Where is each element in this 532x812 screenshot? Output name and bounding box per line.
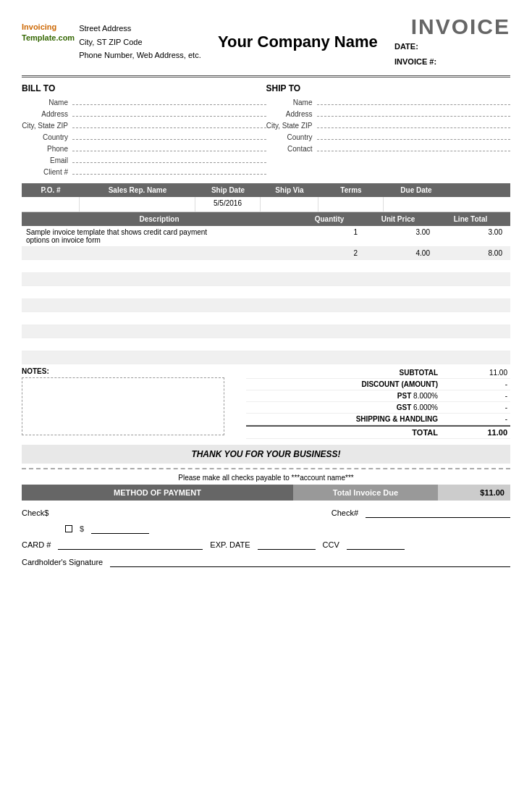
card-checkbox[interactable] — [65, 525, 72, 532]
street-address: Street Address — [79, 22, 201, 35]
po-data-row: 5/5/2016 — [22, 197, 510, 212]
ship-name-row: Name — [266, 96, 511, 106]
payment-method-bar: METHOD OF PAYMENT Total Invoice Due $11.… — [22, 485, 510, 501]
bill-client-row: Client # — [22, 166, 266, 176]
card-label: CARD # — [22, 540, 51, 549]
bill-phone-field[interactable] — [72, 143, 266, 151]
item-2-quantity[interactable]: 2 — [297, 247, 362, 259]
item-row-5 — [22, 286, 510, 299]
bill-address-field[interactable] — [72, 108, 266, 117]
checks-payable-text: Please make all checks payable to ***acc… — [22, 474, 510, 482]
ship-name-field[interactable] — [317, 96, 511, 105]
ship-date-cell[interactable]: 5/5/2016 — [195, 197, 261, 212]
pst-value: - — [445, 392, 510, 400]
notes-box: NOTES: — [22, 367, 239, 439]
item-1-quantity[interactable]: 1 — [297, 226, 362, 246]
bill-client-field[interactable] — [72, 166, 266, 175]
item-row-4 — [22, 273, 510, 286]
ship-date-col-header: Ship Date — [195, 183, 261, 197]
item-row-1: Sample invoice template that shows credi… — [22, 226, 510, 247]
dollar-amount-field[interactable] — [91, 524, 149, 534]
ship-address-field[interactable] — [317, 108, 511, 117]
due-date-col-header: Due Date — [384, 183, 449, 197]
total-value: 11.00 — [445, 428, 510, 437]
bill-country-field[interactable] — [72, 131, 266, 140]
item-row-10 — [22, 351, 510, 364]
signature-field[interactable] — [110, 557, 510, 567]
totals-notes-section: NOTES: SUBTOTAL 11.00 DISCOUNT (AMOUNT) … — [22, 367, 510, 439]
check-hash-label: Check# — [332, 508, 358, 517]
logo-invoicing: Invoicing — [22, 22, 75, 33]
terms-cell[interactable] — [318, 197, 384, 212]
item-2-line-total[interactable]: 8.00 — [434, 247, 507, 259]
bill-to-title: BILL TO — [22, 83, 266, 93]
item-1-line-total[interactable]: 3.00 — [434, 226, 507, 246]
due-date-cell[interactable] — [384, 197, 449, 212]
notes-textarea[interactable] — [22, 377, 224, 435]
ship-contact-row: Contact — [266, 143, 511, 153]
line-total-col-header: Line Total — [434, 212, 507, 226]
invoice-num-label: INVOICE #: — [394, 57, 436, 66]
company-name: Your Company Name — [201, 33, 394, 51]
ship-name-label: Name — [266, 99, 317, 106]
subtotal-label: SUBTOTAL — [246, 369, 445, 377]
po-table-header: P.O. # Sales Rep. Name Ship Date Ship Vi… — [22, 183, 510, 197]
signature-row: Cardholder's Signature — [22, 557, 510, 567]
ship-country-label: Country — [266, 133, 317, 141]
exp-label: EXP. DATE — [210, 540, 250, 549]
items-table-header: Description Quantity Unit Price Line Tot… — [22, 212, 510, 226]
notes-label: NOTES: — [22, 367, 239, 375]
sales-rep-cell[interactable] — [80, 197, 195, 212]
method-of-payment-label: METHOD OF PAYMENT — [22, 485, 293, 501]
ship-city-label: City, State ZIP — [266, 122, 317, 130]
signature-label: Cardholder's Signature — [22, 558, 103, 566]
ship-to-title: SHIP TO — [266, 83, 511, 93]
item-row-2: 2 4.00 8.00 — [22, 247, 510, 260]
bill-city-row: City, State ZIP — [22, 120, 266, 130]
subtotal-value: 11.00 — [445, 369, 510, 377]
pst-row: PST 8.000% - — [246, 390, 510, 402]
ccv-label: CCV — [323, 540, 339, 549]
gst-row: GST 6.000% - — [246, 402, 510, 414]
ship-country-row: Country — [266, 131, 511, 141]
item-2-description[interactable] — [22, 247, 297, 259]
ship-contact-field[interactable] — [317, 143, 511, 151]
bill-name-label: Name — [22, 99, 72, 106]
bill-country-row: Country — [22, 131, 266, 141]
ship-city-field[interactable] — [317, 120, 511, 128]
invoice-title: INVOICE — [394, 14, 510, 39]
ship-country-field[interactable] — [317, 131, 511, 140]
item-1-description[interactable]: Sample invoice template that shows credi… — [22, 226, 297, 246]
po-number-cell[interactable] — [22, 197, 80, 212]
discount-row: DISCOUNT (AMOUNT) - — [246, 379, 510, 390]
bill-to-section: BILL TO Name Address City, State ZIP Cou… — [22, 83, 266, 177]
unit-price-col-header: Unit Price — [362, 212, 434, 226]
gst-label: GST 6.000% — [246, 403, 445, 411]
bill-email-field[interactable] — [72, 154, 266, 163]
checks-label: Check$ — [22, 508, 48, 517]
shipping-value: - — [445, 415, 510, 423]
ccv-field[interactable] — [347, 540, 405, 550]
totals-table: SUBTOTAL 11.00 DISCOUNT (AMOUNT) - PST 8… — [246, 367, 510, 439]
bill-email-row: Email — [22, 154, 266, 164]
dollar-sign: $ — [80, 524, 84, 533]
ship-via-cell[interactable] — [261, 197, 318, 212]
thank-you-banner: THANK YOU FOR YOUR BUSINESS! — [22, 445, 510, 464]
ship-address-label: Address — [266, 110, 317, 118]
double-divider — [22, 75, 510, 78]
item-row-8 — [22, 325, 510, 338]
logo-template: Template.com — [22, 33, 75, 43]
bill-email-label: Email — [22, 156, 72, 164]
exp-date-field[interactable] — [258, 540, 316, 550]
bill-client-label: Client # — [22, 168, 72, 176]
bill-address-row: Address — [22, 108, 266, 118]
bill-name-field[interactable] — [72, 96, 266, 105]
item-1-unit-price[interactable]: 3.00 — [362, 226, 434, 246]
sales-rep-col-header: Sales Rep. Name — [80, 183, 195, 197]
item-2-unit-price[interactable]: 4.00 — [362, 247, 434, 259]
total-invoice-amount: $11.00 — [438, 485, 510, 501]
ship-via-col-header: Ship Via — [261, 183, 318, 197]
bill-city-field[interactable] — [72, 120, 266, 128]
check-hash-field[interactable] — [366, 508, 510, 518]
card-number-field[interactable] — [58, 540, 203, 550]
